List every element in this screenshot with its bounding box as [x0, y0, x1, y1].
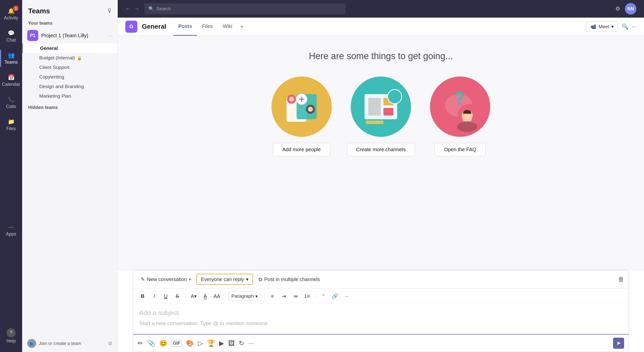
compose-body[interactable]: Add a subject Start a new conversation. …	[133, 304, 629, 334]
link-button[interactable]: 🔗	[330, 291, 340, 301]
numbered-button[interactable]: 1≡	[302, 291, 312, 301]
post-multi-label: Post in multiple channels	[264, 277, 320, 282]
more-format-button[interactable]: ···	[342, 291, 352, 301]
join-create-team[interactable]: 👥 Join or create a team ⚙	[22, 335, 117, 352]
files-icon: 📁	[8, 119, 15, 125]
add-people-label: Add more people	[282, 147, 320, 152]
meet-button[interactable]: 📹 Meet ▾	[586, 21, 618, 32]
team-project1[interactable]: P1 Project 1 (Team Lilly) ···	[22, 27, 117, 44]
align-button[interactable]: ≡	[267, 291, 277, 301]
channel-client-support[interactable]: Client Support	[22, 63, 117, 72]
your-teams-label: Your teams	[22, 18, 117, 27]
gif-button[interactable]: GIF	[171, 340, 182, 347]
sidebar-item-apps[interactable]: ⋯ Apps	[0, 219, 22, 242]
channel-design[interactable]: Design and Branding	[22, 82, 117, 91]
search-box[interactable]: 🔍 Search	[144, 3, 346, 14]
filter-icon[interactable]: ⊽	[107, 8, 111, 14]
channel-budget[interactable]: Budget (Internal) 🔒	[22, 53, 117, 63]
italic-button[interactable]: I	[149, 291, 159, 301]
emoji-button[interactable]: 😊	[159, 339, 167, 347]
channel-general[interactable]: General	[22, 44, 117, 53]
team-more-icon[interactable]: ···	[108, 33, 112, 38]
settings-icon[interactable]: ⚙	[615, 6, 620, 12]
back-arrow[interactable]: ←	[125, 6, 131, 12]
tab-posts[interactable]: Posts	[173, 18, 197, 36]
channel-design-label: Design and Branding	[39, 84, 84, 89]
channel-more-icon[interactable]: ···	[632, 23, 636, 30]
sidebar-item-calendar[interactable]: 📅 Calendar	[0, 69, 22, 92]
svg-point-4	[289, 97, 294, 102]
paragraph-label: Paragraph	[231, 293, 254, 299]
format-divider-2	[225, 293, 225, 300]
compose-format-bar: B I U S A▾ A̲ AA Paragraph ▾	[133, 289, 629, 304]
everyone-reply-chevron: ▾	[246, 276, 249, 282]
teams-icon: 👥	[8, 52, 15, 59]
post-multiple-button[interactable]: ⧉ Post in multiple channels	[256, 275, 323, 284]
loop-button[interactable]: ↻	[239, 339, 244, 347]
chat-icon: 💬	[8, 30, 15, 36]
user-avatar[interactable]: NN	[625, 3, 636, 15]
compose-placeholder[interactable]: Start a new conversation. Type @ to ment…	[139, 320, 623, 326]
format-action-button[interactable]: ✏	[138, 339, 143, 347]
more-actions-button[interactable]: ···	[248, 339, 254, 347]
meet-icon: 📹	[590, 24, 596, 29]
main-area: ← → 🔍 Search ⚙ NN G General Posts Files	[118, 0, 644, 352]
quote-button[interactable]: "	[318, 291, 329, 301]
help-icon: ?	[7, 328, 16, 337]
join-avatar: 👥	[27, 339, 36, 348]
indent-button[interactable]: ⇥	[279, 291, 289, 301]
calendar-icon: 📅	[8, 74, 15, 81]
add-tab-button[interactable]: +	[237, 18, 247, 36]
welcome-section: Here are some things to get going...	[118, 36, 644, 270]
svg-rect-16	[366, 121, 383, 124]
tab-files[interactable]: Files	[197, 18, 218, 36]
compose-subject[interactable]: Add a subject	[139, 309, 623, 317]
add-people-button[interactable]: Add more people	[273, 143, 330, 156]
font-color-button[interactable]: A̲	[200, 291, 210, 301]
welcome-title: Here are some things to get going...	[309, 51, 453, 61]
apps-icon: ⋯	[8, 224, 14, 230]
font-size-button[interactable]: AA	[212, 291, 222, 301]
paragraph-select[interactable]: Paragraph ▾	[228, 292, 261, 301]
sidebar-item-files[interactable]: 📁 Files	[0, 114, 22, 136]
search-icon: 🔍	[148, 6, 154, 12]
files-label: Files	[6, 126, 16, 131]
search-placeholder: Search	[156, 6, 171, 12]
forward-arrow[interactable]: →	[134, 6, 139, 12]
sidebar-item-chat[interactable]: 💬 Chat	[0, 25, 22, 47]
bold-button[interactable]: B	[138, 291, 148, 301]
channel-client-support-label: Client Support	[39, 65, 69, 70]
new-conversation-button[interactable]: ✎ New conversation ▾	[138, 275, 194, 284]
welcome-card-faq: ? Open the FAQ	[430, 76, 490, 156]
sticker-button[interactable]: 🎨	[186, 339, 194, 347]
tab-wiki[interactable]: Wiki	[218, 18, 237, 36]
faq-illustration: ?	[430, 76, 490, 137]
create-channels-illustration	[351, 76, 411, 137]
attach-button[interactable]: 📎	[147, 339, 155, 347]
channel-marketing[interactable]: Marketing Plan	[22, 91, 117, 101]
video-button[interactable]: ▶	[219, 339, 224, 347]
sidebar-item-activity[interactable]: 🔔 Activity 1	[0, 3, 22, 25]
bullet-button[interactable]: ≔	[291, 291, 301, 301]
everyone-reply-button[interactable]: Everyone can reply ▾	[196, 274, 253, 285]
teams-label: Teams	[4, 60, 18, 65]
strikethrough-button[interactable]: S	[172, 291, 182, 301]
channel-copywriting[interactable]: Copywriting	[22, 72, 117, 82]
welcome-cards: Add more people	[271, 76, 491, 156]
faq-button[interactable]: Open the FAQ	[435, 143, 486, 156]
sidebar-item-help[interactable]: ? Help	[0, 325, 22, 347]
highlight-button[interactable]: A▾	[189, 291, 199, 301]
meet-label: Meet	[598, 24, 609, 29]
image-button[interactable]: 🖼	[228, 339, 235, 347]
meet-now-button[interactable]: ▷	[198, 339, 203, 347]
channel-search-icon[interactable]: 🔍	[622, 23, 628, 30]
send-button[interactable]: ➤	[613, 338, 624, 349]
sidebar-item-calls[interactable]: 📞 Calls	[0, 92, 22, 114]
sidebar-item-teams[interactable]: 👥 Teams	[0, 47, 22, 69]
create-channels-button[interactable]: Create more channels	[347, 143, 415, 156]
compose-actions-bar: ✏ 📎 😊 GIF 🎨 ▷ 🏆 ▶ 🖼 ↻ ··· ➤	[133, 334, 629, 352]
sidebar: Teams ⊽ Your teams P1 Project 1 (Team Li…	[22, 0, 118, 352]
delete-button[interactable]: 🗑	[618, 276, 624, 283]
praise-button[interactable]: 🏆	[207, 339, 215, 347]
underline-button[interactable]: U	[161, 291, 171, 301]
